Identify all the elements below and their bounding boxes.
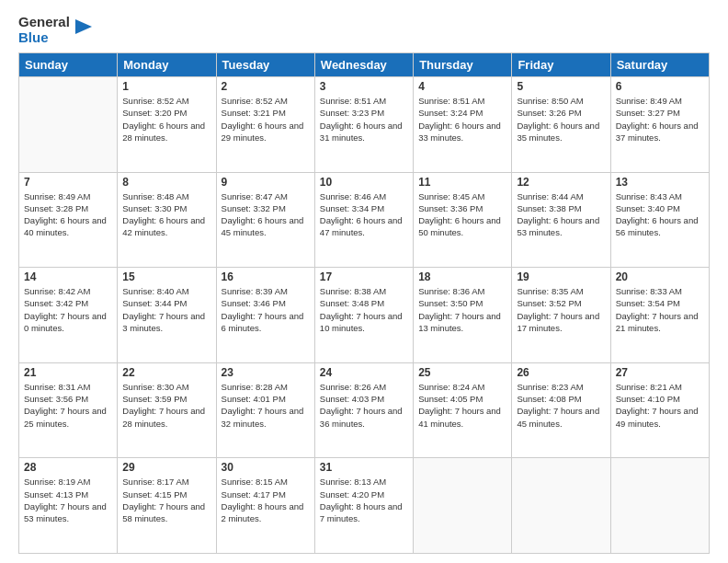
week-row-3: 21Sunrise: 8:31 AMSunset: 3:56 PMDayligh… [19, 362, 710, 458]
week-row-2: 14Sunrise: 8:42 AMSunset: 3:42 PMDayligh… [19, 268, 710, 363]
calendar-cell [19, 77, 118, 173]
header-cell-wednesday: Wednesday [314, 53, 413, 77]
calendar-cell: 11Sunrise: 8:45 AMSunset: 3:36 PMDayligh… [414, 172, 512, 268]
logo-flag-icon [74, 19, 92, 41]
cell-info: Sunrise: 8:28 AMSunset: 4:01 PMDaylight:… [222, 381, 310, 430]
day-number: 6 [616, 80, 704, 93]
cell-info: Sunrise: 8:52 AMSunset: 3:21 PMDaylight:… [222, 95, 310, 144]
cell-info: Sunrise: 8:35 AMSunset: 3:52 PMDaylight:… [517, 285, 605, 334]
calendar-cell: 7Sunrise: 8:49 AMSunset: 3:28 PMDaylight… [19, 172, 118, 268]
calendar-cell: 19Sunrise: 8:35 AMSunset: 3:52 PMDayligh… [512, 268, 610, 363]
day-number: 28 [24, 461, 112, 474]
cell-info: Sunrise: 8:51 AMSunset: 3:23 PMDaylight:… [320, 95, 408, 144]
calendar-cell: 23Sunrise: 8:28 AMSunset: 4:01 PMDayligh… [216, 362, 314, 458]
cell-info: Sunrise: 8:31 AMSunset: 3:56 PMDaylight:… [24, 381, 112, 430]
cell-info: Sunrise: 8:19 AMSunset: 4:13 PMDaylight:… [24, 476, 112, 524]
day-number: 13 [616, 176, 704, 189]
cell-info: Sunrise: 8:17 AMSunset: 4:15 PMDaylight:… [122, 476, 210, 524]
cell-info: Sunrise: 8:43 AMSunset: 3:40 PMDaylight:… [616, 190, 704, 239]
day-number: 26 [517, 366, 605, 379]
header-cell-monday: Monday [118, 53, 216, 77]
day-number: 7 [24, 176, 112, 189]
calendar-cell: 17Sunrise: 8:38 AMSunset: 3:48 PMDayligh… [314, 268, 413, 363]
calendar-cell: 29Sunrise: 8:17 AMSunset: 4:15 PMDayligh… [118, 458, 216, 554]
day-number: 29 [122, 461, 210, 474]
day-number: 30 [222, 461, 310, 474]
cell-info: Sunrise: 8:26 AMSunset: 4:03 PMDaylight:… [320, 381, 408, 430]
page: General Blue SundayMondayTuesdayWednesda… [0, 0, 728, 563]
day-number: 8 [122, 176, 210, 189]
cell-info: Sunrise: 8:52 AMSunset: 3:20 PMDaylight:… [122, 95, 210, 144]
calendar-cell: 25Sunrise: 8:24 AMSunset: 4:05 PMDayligh… [414, 362, 512, 458]
cell-info: Sunrise: 8:36 AMSunset: 3:50 PMDaylight:… [418, 285, 506, 334]
cell-info: Sunrise: 8:49 AMSunset: 3:27 PMDaylight:… [616, 95, 704, 144]
day-number: 15 [122, 270, 210, 283]
day-number: 24 [320, 366, 408, 379]
header: General Blue [18, 15, 710, 45]
calendar-table: SundayMondayTuesdayWednesdayThursdayFrid… [18, 52, 710, 554]
cell-info: Sunrise: 8:23 AMSunset: 4:08 PMDaylight:… [517, 381, 605, 430]
svg-marker-0 [75, 19, 92, 34]
cell-info: Sunrise: 8:50 AMSunset: 3:26 PMDaylight:… [517, 95, 605, 144]
cell-info: Sunrise: 8:49 AMSunset: 3:28 PMDaylight:… [24, 190, 112, 239]
logo-blue: Blue [18, 30, 70, 46]
day-number: 25 [418, 366, 506, 379]
cell-info: Sunrise: 8:51 AMSunset: 3:24 PMDaylight:… [418, 95, 506, 144]
day-number: 16 [222, 270, 310, 283]
calendar-cell: 10Sunrise: 8:46 AMSunset: 3:34 PMDayligh… [314, 172, 413, 268]
calendar-cell: 9Sunrise: 8:47 AMSunset: 3:32 PMDaylight… [216, 172, 314, 268]
calendar-cell: 28Sunrise: 8:19 AMSunset: 4:13 PMDayligh… [19, 458, 118, 554]
calendar-cell [610, 458, 709, 554]
calendar-cell: 22Sunrise: 8:30 AMSunset: 3:59 PMDayligh… [118, 362, 216, 458]
calendar-cell: 24Sunrise: 8:26 AMSunset: 4:03 PMDayligh… [314, 362, 413, 458]
day-number: 2 [222, 80, 310, 93]
header-cell-tuesday: Tuesday [216, 53, 314, 77]
cell-info: Sunrise: 8:44 AMSunset: 3:38 PMDaylight:… [517, 190, 605, 239]
calendar-cell: 16Sunrise: 8:39 AMSunset: 3:46 PMDayligh… [216, 268, 314, 363]
day-number: 21 [24, 366, 112, 379]
day-number: 17 [320, 270, 408, 283]
calendar-cell: 31Sunrise: 8:13 AMSunset: 4:20 PMDayligh… [314, 458, 413, 554]
cell-info: Sunrise: 8:30 AMSunset: 3:59 PMDaylight:… [122, 381, 210, 430]
cell-info: Sunrise: 8:40 AMSunset: 3:44 PMDaylight:… [122, 285, 210, 334]
day-number: 23 [222, 366, 310, 379]
calendar-cell: 27Sunrise: 8:21 AMSunset: 4:10 PMDayligh… [610, 362, 709, 458]
header-cell-sunday: Sunday [19, 53, 118, 77]
cell-info: Sunrise: 8:21 AMSunset: 4:10 PMDaylight:… [616, 381, 704, 430]
logo-general: General [18, 15, 70, 30]
calendar-cell: 13Sunrise: 8:43 AMSunset: 3:40 PMDayligh… [610, 172, 709, 268]
day-number: 1 [122, 80, 210, 93]
cell-info: Sunrise: 8:46 AMSunset: 3:34 PMDaylight:… [320, 190, 408, 239]
calendar-cell: 14Sunrise: 8:42 AMSunset: 3:42 PMDayligh… [19, 268, 118, 363]
cell-info: Sunrise: 8:48 AMSunset: 3:30 PMDaylight:… [122, 190, 210, 239]
header-cell-thursday: Thursday [414, 53, 512, 77]
day-number: 11 [418, 176, 506, 189]
calendar-cell: 5Sunrise: 8:50 AMSunset: 3:26 PMDaylight… [512, 77, 610, 173]
cell-info: Sunrise: 8:24 AMSunset: 4:05 PMDaylight:… [418, 381, 506, 430]
cell-info: Sunrise: 8:13 AMSunset: 4:20 PMDaylight:… [320, 476, 408, 524]
calendar-cell: 4Sunrise: 8:51 AMSunset: 3:24 PMDaylight… [414, 77, 512, 173]
logo: General Blue [18, 15, 92, 45]
day-number: 31 [320, 461, 408, 474]
day-number: 27 [616, 366, 704, 379]
day-number: 4 [418, 80, 506, 93]
day-number: 14 [24, 270, 112, 283]
day-number: 9 [222, 176, 310, 189]
header-cell-saturday: Saturday [610, 53, 709, 77]
calendar-cell: 26Sunrise: 8:23 AMSunset: 4:08 PMDayligh… [512, 362, 610, 458]
calendar-cell: 18Sunrise: 8:36 AMSunset: 3:50 PMDayligh… [414, 268, 512, 363]
week-row-1: 7Sunrise: 8:49 AMSunset: 3:28 PMDaylight… [19, 172, 710, 268]
day-number: 18 [418, 270, 506, 283]
calendar-cell: 3Sunrise: 8:51 AMSunset: 3:23 PMDaylight… [314, 77, 413, 173]
day-number: 12 [517, 176, 605, 189]
day-number: 22 [122, 366, 210, 379]
week-row-4: 28Sunrise: 8:19 AMSunset: 4:13 PMDayligh… [19, 458, 710, 554]
day-number: 10 [320, 176, 408, 189]
calendar-cell: 30Sunrise: 8:15 AMSunset: 4:17 PMDayligh… [216, 458, 314, 554]
calendar-cell: 12Sunrise: 8:44 AMSunset: 3:38 PMDayligh… [512, 172, 610, 268]
calendar-cell: 2Sunrise: 8:52 AMSunset: 3:21 PMDaylight… [216, 77, 314, 173]
header-row: SundayMondayTuesdayWednesdayThursdayFrid… [19, 53, 710, 77]
calendar-cell: 20Sunrise: 8:33 AMSunset: 3:54 PMDayligh… [610, 268, 709, 363]
calendar-cell: 8Sunrise: 8:48 AMSunset: 3:30 PMDaylight… [118, 172, 216, 268]
cell-info: Sunrise: 8:15 AMSunset: 4:17 PMDaylight:… [222, 476, 310, 524]
